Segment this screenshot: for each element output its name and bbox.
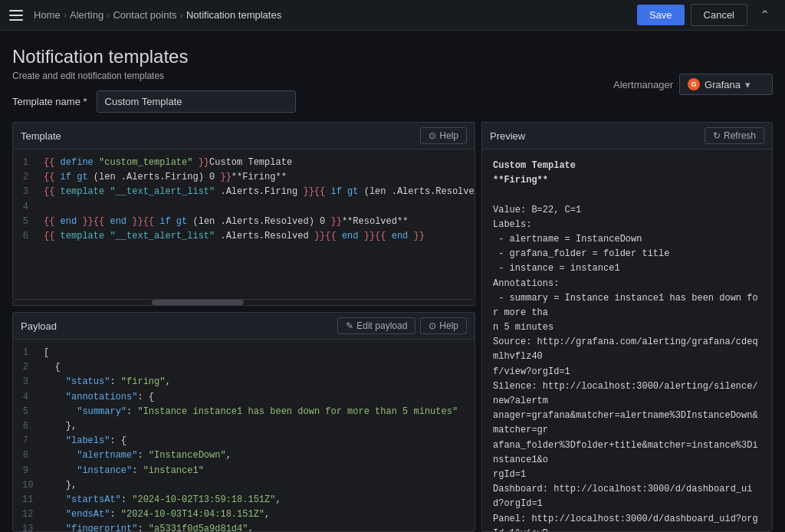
- topbar-left: Home › Alerting › Contact points › Notif…: [9, 9, 281, 21]
- chevron-up-icon[interactable]: ⌃: [754, 5, 776, 25]
- hamburger-icon[interactable]: [9, 10, 23, 21]
- line-numbers: 1 2 3 4 5 6: [13, 156, 38, 293]
- editor-area: Template ⊙ Help 1 2 3 4 5 6 {{ define "c…: [0, 122, 785, 532]
- payload-panel-header: Payload ✎ Edit payload ⊙ Help: [12, 312, 475, 339]
- payload-section: Payload ✎ Edit payload ⊙ Help 1 2 3 4 5 …: [12, 312, 475, 532]
- right-panel: Preview ↻ Refresh Custom Template **Firi…: [481, 122, 773, 532]
- edit-icon: ✎: [346, 320, 353, 331]
- left-panel: Template ⊙ Help 1 2 3 4 5 6 {{ define "c…: [12, 122, 475, 532]
- edit-payload-button[interactable]: ✎ Edit payload: [337, 317, 415, 334]
- chevron-down-icon: ▾: [745, 79, 751, 90]
- breadcrumb-contact-points[interactable]: Contact points: [113, 9, 176, 21]
- help-label: Help: [439, 130, 458, 141]
- template-scrollbar-thumb: [152, 300, 244, 305]
- breadcrumb-sep-2: ›: [107, 9, 110, 21]
- preview-panel-title: Preview: [490, 130, 525, 142]
- breadcrumb-alerting[interactable]: Alerting: [70, 9, 103, 21]
- template-name-input[interactable]: [97, 90, 296, 113]
- breadcrumb-sep-3: ›: [180, 9, 183, 21]
- payload-header-right: ✎ Edit payload ⊙ Help: [337, 317, 467, 334]
- payload-code-editor[interactable]: 1 2 3 4 5 6 7 8 9 10 11 12 13 14 15 16 […: [12, 339, 475, 532]
- template-help-button[interactable]: ⊙ Help: [420, 127, 467, 144]
- template-name-row: Template name *: [0, 90, 785, 122]
- payload-code-content[interactable]: [ { "status": "firing", "annotations": {…: [38, 346, 475, 525]
- refresh-button[interactable]: ↻ Refresh: [705, 127, 764, 144]
- alertmanager-value: Grafana: [705, 79, 741, 90]
- page-title: Notification templates: [12, 46, 773, 67]
- breadcrumb-home[interactable]: Home: [34, 9, 61, 21]
- payload-help-button[interactable]: ⊙ Help: [420, 317, 467, 334]
- breadcrumb-sep-1: ›: [64, 9, 67, 21]
- breadcrumb-current: Notification templates: [186, 9, 281, 21]
- template-code-editor[interactable]: 1 2 3 4 5 6 {{ define "custom_template" …: [12, 149, 475, 300]
- breadcrumb: Home › Alerting › Contact points › Notif…: [34, 9, 281, 21]
- alertmanager-label: Alertmanager: [613, 79, 673, 90]
- alertmanager-row: Alertmanager G Grafana ▾: [613, 74, 773, 95]
- template-scrollbar[interactable]: [12, 300, 475, 306]
- payload-help-label: Help: [439, 320, 458, 331]
- template-panel-title: Template: [21, 130, 61, 142]
- save-button[interactable]: Save: [637, 5, 685, 25]
- payload-line-numbers: 1 2 3 4 5 6 7 8 9 10 11 12 13 14 15 16: [13, 346, 38, 525]
- question-icon: ⊙: [429, 130, 436, 141]
- template-name-label: Template name *: [12, 96, 87, 107]
- template-panel-header: Template ⊙ Help: [12, 122, 475, 149]
- main-content: Alertmanager G Grafana ▾ Notification te…: [0, 31, 785, 532]
- template-section: Template ⊙ Help 1 2 3 4 5 6 {{ define "c…: [12, 122, 475, 306]
- topbar: Home › Alerting › Contact points › Notif…: [0, 0, 785, 31]
- payload-panel-title: Payload: [21, 320, 57, 332]
- payload-question-icon: ⊙: [429, 320, 436, 331]
- preview-header: Preview ↻ Refresh: [481, 122, 773, 149]
- alertmanager-select[interactable]: G Grafana ▾: [679, 74, 773, 95]
- edit-payload-label: Edit payload: [356, 320, 407, 331]
- grafana-icon: G: [688, 78, 700, 90]
- cancel-button[interactable]: Cancel: [691, 4, 747, 26]
- topbar-right: Save Cancel ⌃: [637, 4, 776, 26]
- template-code-content[interactable]: {{ define "custom_template" }}Custom Tem…: [38, 156, 475, 293]
- refresh-label: Refresh: [724, 130, 756, 141]
- template-header-right: ⊙ Help: [420, 127, 467, 144]
- refresh-icon: ↻: [713, 130, 721, 141]
- preview-content: Custom Template **Firing** Value: B=22, …: [481, 149, 773, 532]
